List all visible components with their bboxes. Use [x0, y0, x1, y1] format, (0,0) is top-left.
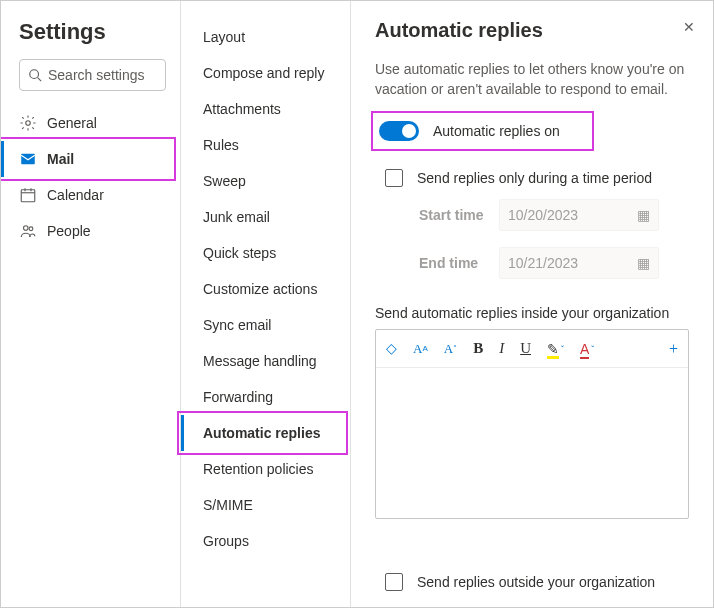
settings-sidebar: Settings Search settings General Mail Ca…: [1, 1, 181, 607]
search-input[interactable]: Search settings: [19, 59, 166, 91]
sidebar-item-calendar[interactable]: Calendar: [1, 177, 180, 213]
svg-rect-3: [21, 154, 35, 165]
outside-org-row: Send replies outside your organization: [375, 569, 689, 595]
search-icon: [28, 68, 42, 82]
automatic-replies-toggle-row: Automatic replies on: [375, 115, 590, 147]
more-formatting-button[interactable]: +: [669, 340, 678, 358]
bold-button[interactable]: B: [473, 340, 483, 357]
automatic-replies-panel: ✕ Automatic replies Use automatic replie…: [351, 1, 713, 607]
outside-org-label: Send replies outside your organization: [417, 574, 655, 590]
mail-subnav: Layout Compose and reply Attachments Rul…: [181, 1, 351, 607]
automatic-replies-toggle[interactable]: [379, 121, 419, 141]
subnav-message-handling[interactable]: Message handling: [181, 343, 350, 379]
end-time-label: End time: [419, 255, 499, 271]
search-placeholder: Search settings: [48, 67, 145, 83]
svg-line-1: [38, 78, 42, 82]
time-period-label: Send replies only during a time period: [417, 170, 652, 186]
start-time-row: Start time 10/20/2023 ▦: [375, 191, 689, 239]
svg-point-0: [30, 70, 39, 79]
end-time-row: End time 10/21/2023 ▦: [375, 239, 689, 287]
settings-title: Settings: [1, 19, 180, 59]
subnav-groups[interactable]: Groups: [181, 523, 350, 559]
time-period-checkbox[interactable]: [385, 169, 403, 187]
end-time-field[interactable]: 10/21/2023 ▦: [499, 247, 659, 279]
svg-point-2: [26, 121, 31, 126]
subnav-compose-and-reply[interactable]: Compose and reply: [181, 55, 350, 91]
panel-title: Automatic replies: [375, 19, 689, 42]
subnav-junk-email[interactable]: Junk email: [181, 199, 350, 235]
sidebar-label: Mail: [47, 151, 74, 167]
subnav-layout[interactable]: Layout: [181, 19, 350, 55]
sidebar-item-people[interactable]: People: [1, 213, 180, 249]
start-time-label: Start time: [419, 207, 499, 223]
underline-button[interactable]: U: [520, 340, 531, 357]
toggle-label: Automatic replies on: [433, 123, 560, 139]
time-period-row: Send replies only during a time period: [375, 165, 689, 191]
people-icon: [19, 222, 37, 240]
mail-icon: [19, 150, 37, 168]
sidebar-label: Calendar: [47, 187, 104, 203]
close-button[interactable]: ✕: [683, 19, 695, 35]
gear-icon: [19, 114, 37, 132]
sidebar-item-general[interactable]: General: [1, 105, 180, 141]
sidebar-label: General: [47, 115, 97, 131]
highlight-button[interactable]: ✎ˇ: [547, 341, 564, 357]
calendar-icon: ▦: [637, 207, 650, 223]
subnav-retention-policies[interactable]: Retention policies: [181, 451, 350, 487]
sidebar-item-mail[interactable]: Mail: [1, 141, 172, 177]
svg-point-8: [24, 226, 29, 231]
start-time-value: 10/20/2023: [508, 207, 578, 223]
start-time-field[interactable]: 10/20/2023 ▦: [499, 199, 659, 231]
subnav-automatic-replies[interactable]: Automatic replies: [181, 415, 344, 451]
subnav-attachments[interactable]: Attachments: [181, 91, 350, 127]
editor-toolbar: ◇ AA A˄ B I U ✎ˇ Aˇ +: [376, 330, 688, 368]
italic-button[interactable]: I: [499, 340, 504, 357]
subnav-forwarding[interactable]: Forwarding: [181, 379, 350, 415]
subnav-quick-steps[interactable]: Quick steps: [181, 235, 350, 271]
svg-rect-4: [21, 190, 35, 202]
panel-description: Use automatic replies to let others know…: [375, 60, 689, 99]
calendar-icon: ▦: [637, 255, 650, 271]
inside-org-label: Send automatic replies inside your organ…: [375, 305, 689, 321]
calendar-icon: [19, 186, 37, 204]
outside-org-checkbox[interactable]: [385, 573, 403, 591]
message-editor: ◇ AA A˄ B I U ✎ˇ Aˇ +: [375, 329, 689, 519]
end-time-value: 10/21/2023: [508, 255, 578, 271]
format-painter-icon[interactable]: ◇: [386, 340, 397, 357]
font-color-button[interactable]: Aˇ: [580, 341, 594, 357]
subnav-sweep[interactable]: Sweep: [181, 163, 350, 199]
subnav-customize-actions[interactable]: Customize actions: [181, 271, 350, 307]
message-textarea[interactable]: [376, 368, 688, 518]
sidebar-label: People: [47, 223, 91, 239]
subnav-sync-email[interactable]: Sync email: [181, 307, 350, 343]
subnav-smime[interactable]: S/MIME: [181, 487, 350, 523]
font-size-up-icon[interactable]: AA: [413, 341, 428, 357]
svg-point-9: [29, 227, 33, 231]
subnav-rules[interactable]: Rules: [181, 127, 350, 163]
font-size-down-icon[interactable]: A˄: [444, 341, 457, 357]
